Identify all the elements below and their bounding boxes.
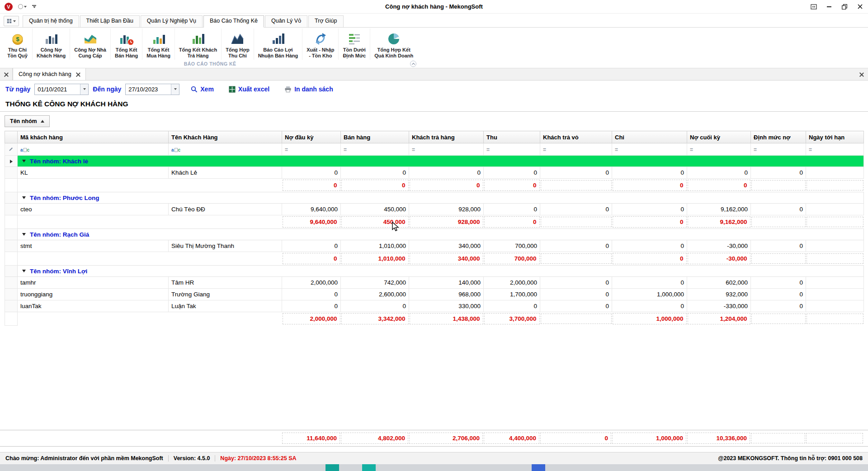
collapse-triangle-icon[interactable] [22,233,26,236]
summary-value: 0 [484,180,540,191]
column-header-thu[interactable]: Thu [484,131,540,143]
ribbon-button-cong-no-khach-hang[interactable]: Công Nợ Khách Hàng [33,29,70,60]
taskbar-app-icon[interactable] [362,464,376,471]
ribbon-button-xuat-nhap-ton-kho[interactable]: Xuất - Nhập - Tồn Kho [302,29,339,60]
column-header-dinh-muc-no[interactable]: Định mức nợ [751,131,806,143]
app-menu-button[interactable] [4,16,19,26]
filter-cell[interactable] [409,143,484,156]
document-tab-bar: Công nợ khách hàng [0,68,868,81]
table-row[interactable]: stmt Siêu Thị Mường Thanh 0 1,010,000 34… [5,240,864,252]
ribbon-tab-thiet-lap-ban-dau[interactable]: Thiết Lập Ban Đầu [80,15,140,27]
ribbon-tab-tro-giup[interactable]: Trợ Giúp [308,15,343,27]
version-text: Version: 4.5.0 [174,455,210,461]
column-header-ma-khach-hang[interactable]: Mã khách hàng [18,131,169,143]
group-chip-ten-nhom[interactable]: Tên nhóm [5,115,50,127]
ribbon-button-tong-hop-thu-chi[interactable]: Tổng Hợp Thu Chi [222,29,254,60]
taskbar-app-icon[interactable] [532,464,545,471]
column-header-chi[interactable]: Chi [612,131,687,143]
close-button[interactable] [856,3,863,10]
column-header-khach-tra-vo[interactable]: Khách trả vỏ [540,131,612,143]
dropdown-button[interactable] [80,84,88,95]
from-date-picker[interactable]: 01/10/2021 [34,84,89,95]
close-all-tabs-button[interactable] [0,68,13,80]
quick-access-button[interactable] [18,4,27,9]
dropdown-button[interactable] [171,84,179,95]
table-row[interactable]: KL Khách Lẻ 0 0 0 0 0 0 0 0 [5,167,864,179]
filter-cell[interactable] [612,143,687,156]
column-header-ban-hang[interactable]: Bán hàng [341,131,409,143]
close-icon [4,72,8,76]
collapse-triangle-icon[interactable] [22,270,26,272]
table-row[interactable]: tamhr Tâm HR 2,000,000 742,000 140,000 2… [5,277,864,289]
filter-cell[interactable] [806,143,864,156]
to-date-value[interactable]: 27/10/2023 [126,84,171,95]
filter-cell[interactable] [687,143,751,156]
minimize-button[interactable] [826,3,833,10]
group-summary-row: 9,640,000 450,000 928,000 0 0 9,162,000 [5,215,864,229]
summary-value: 1,000,000 [613,313,687,324]
to-date-picker[interactable]: 27/10/2023 [125,84,179,95]
chevron-down-icon [83,88,86,90]
filter-cell[interactable] [484,143,540,156]
ribbon-tab-bao-cao-thong-ke[interactable]: Báo Cáo Thống Kê [203,15,264,28]
group-row-rach-gia[interactable]: Tên nhóm: Rạch Giá [5,229,864,240]
ribbon-button-bao-cao-loi-nhuan-ban-hang[interactable]: Báo Cáo Lợi Nhuận Bán Hàng [254,29,303,60]
close-document-button[interactable] [854,68,868,80]
status-bar: Chào mừng: Administrator đến với phần mề… [0,452,868,464]
total-value: 4,400,000 [484,433,539,444]
view-button[interactable]: Xem [187,84,217,94]
close-tab-icon[interactable] [76,72,80,76]
customize-toolbar-button[interactable] [32,5,36,8]
divider [215,455,215,461]
ribbon-button-tong-ket-mua-hang[interactable]: Tổng Kết Mua Hàng [142,29,175,60]
filter-cell[interactable] [540,143,612,156]
ribbon-tab-quan-ly-nghiep-vu[interactable]: Quản Lý Nghiệp Vụ [141,15,203,27]
filter-cell[interactable] [18,143,169,156]
column-header-ngay-toi-han[interactable]: Ngày tới hạn [806,131,864,143]
taskbar-app-icon[interactable] [326,464,339,471]
summary-value: 700,000 [484,253,540,264]
restore-button[interactable] [841,3,848,10]
ribbon-button-tong-ket-khach-tra-hang[interactable]: Tổng Kết Khách Trả Hàng [175,29,222,60]
summary-value: 928,000 [410,216,483,228]
document-tab-cong-no-khach-hang[interactable]: Công nợ khách hàng [13,68,86,80]
group-row-khach-le[interactable]: Tên nhóm: Khách lẻ [5,156,864,167]
export-excel-button[interactable]: Xuất excel [225,84,273,94]
ribbon-button-cong-no-nha-cung-cap[interactable]: Công Nợ Nhà Cung Cấp [70,29,111,60]
summary-value [807,217,863,227]
group-row-phuoc-long[interactable]: Tên nhóm: Phước Long [5,192,864,204]
column-header-no-dau-ky[interactable]: Nợ đầu kỳ [282,131,341,143]
summary-value [541,314,612,324]
collapse-triangle-icon[interactable] [22,160,26,162]
grid-menu-icon [7,19,12,24]
close-icon [858,4,863,9]
auto-filter-row [5,143,864,156]
table-row[interactable]: truonggiang Trường Giang 0 2,600,000 968… [5,289,864,300]
filter-cell[interactable] [169,143,282,156]
ribbon-collapse-button[interactable] [410,61,416,67]
ribbon-tab-bar: Quản trị hệ thống Thiết Lập Ban Đầu Quản… [0,14,868,28]
fit-screen-button[interactable] [810,3,817,10]
collapse-triangle-icon[interactable] [22,196,26,199]
ribbon-button-thu-chi-ton-quy[interactable]: $ Thu Chi Tồn Quỹ [3,29,33,60]
total-value: 1,000,000 [612,433,686,444]
ribbon-tab-quan-tri-he-thong[interactable]: Quản trị hệ thống [23,15,79,27]
equals-filter-icon [754,146,757,153]
print-list-button[interactable]: In danh sách [281,84,337,94]
filter-row-indicator [5,143,18,156]
ribbon-button-tong-ket-ban-hang[interactable]: Tổng Kết Bán Hàng [111,29,142,60]
filter-cell[interactable] [751,143,806,156]
filter-cell[interactable] [282,143,341,156]
column-header-khach-tra-hang[interactable]: Khách trả hàng [409,131,484,143]
ribbon-button-tong-hop-ket-qua-kinh-doanh[interactable]: Tổng Hợp Kết Quả Kinh Doanh [370,29,417,60]
column-header-no-cuoi-ky[interactable]: Nợ cuối kỳ [687,131,751,143]
ribbon-tab-quan-ly-vo[interactable]: Quản Lý Vỏ [265,15,307,27]
bar-chart-icon [191,31,205,47]
group-row-vinh-loi[interactable]: Tên nhóm: Vĩnh Lợi [5,266,864,277]
column-header-ten-khach-hang[interactable]: Tên Khách Hàng [169,131,282,143]
filter-cell[interactable] [341,143,409,156]
table-row[interactable]: luanTak Luận Tak 0 0 330,000 0 0 0 -330,… [5,300,864,312]
ribbon-button-ton-duoi-dinh-muc[interactable]: Tồn Dưới Định Mức [339,29,370,60]
table-row[interactable]: cteo Chú Tèo ĐĐ 9,640,000 450,000 928,00… [5,204,864,215]
from-date-value[interactable]: 01/10/2021 [35,84,80,95]
